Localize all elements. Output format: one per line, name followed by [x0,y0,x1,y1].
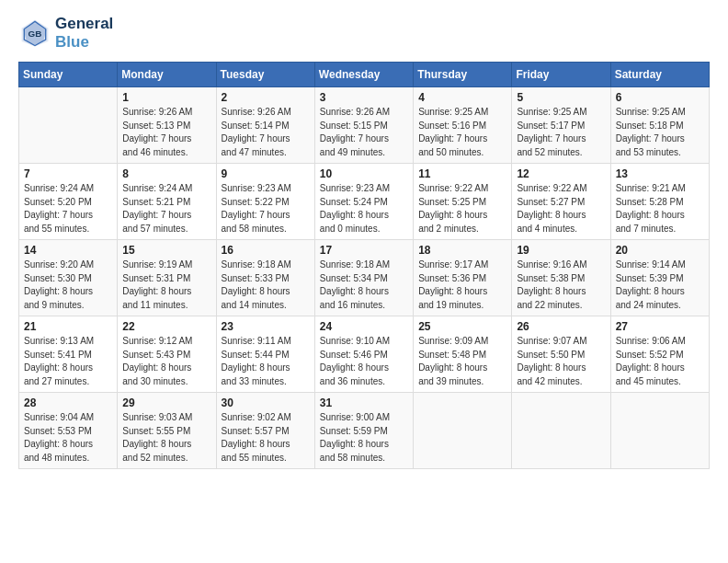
weekday-sunday: Sunday [19,63,118,87]
day-info: Sunrise: 9:18 AM Sunset: 5:34 PM Dayligh… [320,259,408,312]
day-info: Sunrise: 9:11 AM Sunset: 5:44 PM Dayligh… [222,335,310,388]
calendar-cell: 31Sunrise: 9:00 AM Sunset: 5:59 PM Dayli… [314,393,413,469]
day-number: 26 [517,320,605,333]
day-number: 14 [24,244,112,257]
logo-text: General Blue [55,15,113,51]
calendar-cell: 30Sunrise: 9:02 AM Sunset: 5:57 PM Dayli… [216,393,314,469]
calendar-cell [512,393,610,469]
weekday-saturday: Saturday [610,63,709,87]
calendar-cell: 19Sunrise: 9:16 AM Sunset: 5:38 PM Dayli… [512,240,610,316]
calendar-cell: 14Sunrise: 9:20 AM Sunset: 5:30 PM Dayli… [19,240,118,316]
day-number: 6 [616,91,704,104]
calendar-cell: 11Sunrise: 9:22 AM Sunset: 5:25 PM Dayli… [414,164,512,240]
calendar-cell [19,87,118,164]
logo: GB General Blue [18,15,113,51]
calendar-cell: 24Sunrise: 9:10 AM Sunset: 5:46 PM Dayli… [314,316,413,393]
day-number: 4 [418,91,506,104]
calendar-cell: 17Sunrise: 9:18 AM Sunset: 5:34 PM Dayli… [314,240,413,316]
calendar-cell: 1Sunrise: 9:26 AM Sunset: 5:13 PM Daylig… [118,87,216,164]
day-number: 8 [122,167,210,180]
weekday-wednesday: Wednesday [314,63,413,87]
week-row-4: 28Sunrise: 9:04 AM Sunset: 5:53 PM Dayli… [19,393,710,469]
calendar-cell: 16Sunrise: 9:18 AM Sunset: 5:33 PM Dayli… [216,240,314,316]
day-info: Sunrise: 9:16 AM Sunset: 5:38 PM Dayligh… [517,259,605,312]
day-number: 16 [222,244,310,257]
calendar-cell: 7Sunrise: 9:24 AM Sunset: 5:20 PM Daylig… [19,164,118,240]
calendar-cell: 27Sunrise: 9:06 AM Sunset: 5:52 PM Dayli… [610,316,709,393]
weekday-header-row: SundayMondayTuesdayWednesdayThursdayFrid… [19,63,710,87]
header: GB General Blue [18,15,710,51]
day-number: 19 [517,244,605,257]
calendar-cell: 10Sunrise: 9:23 AM Sunset: 5:24 PM Dayli… [314,164,413,240]
day-info: Sunrise: 9:26 AM Sunset: 5:14 PM Dayligh… [222,106,310,159]
logo-icon: GB [18,17,51,50]
day-number: 3 [320,91,408,104]
calendar-cell: 28Sunrise: 9:04 AM Sunset: 5:53 PM Dayli… [19,393,118,469]
day-info: Sunrise: 9:22 AM Sunset: 5:27 PM Dayligh… [517,182,605,236]
day-number: 15 [122,244,210,257]
day-number: 30 [222,396,310,409]
day-info: Sunrise: 9:22 AM Sunset: 5:25 PM Dayligh… [418,182,506,236]
calendar-table: SundayMondayTuesdayWednesdayThursdayFrid… [18,62,710,469]
day-info: Sunrise: 9:00 AM Sunset: 5:59 PM Dayligh… [320,411,408,465]
day-number: 17 [320,244,408,257]
calendar-cell: 9Sunrise: 9:23 AM Sunset: 5:22 PM Daylig… [216,164,314,240]
calendar-cell: 3Sunrise: 9:26 AM Sunset: 5:15 PM Daylig… [314,87,413,164]
day-info: Sunrise: 9:25 AM Sunset: 5:17 PM Dayligh… [517,106,605,159]
day-number: 23 [222,320,310,333]
calendar-cell: 6Sunrise: 9:25 AM Sunset: 5:18 PM Daylig… [610,87,709,164]
day-info: Sunrise: 9:25 AM Sunset: 5:16 PM Dayligh… [418,106,506,159]
calendar-cell: 25Sunrise: 9:09 AM Sunset: 5:48 PM Dayli… [414,316,512,393]
day-info: Sunrise: 9:13 AM Sunset: 5:41 PM Dayligh… [24,335,112,388]
day-info: Sunrise: 9:06 AM Sunset: 5:52 PM Dayligh… [616,335,704,388]
calendar-cell [610,393,709,469]
calendar-cell [414,393,512,469]
calendar-cell: 4Sunrise: 9:25 AM Sunset: 5:16 PM Daylig… [414,87,512,164]
day-info: Sunrise: 9:20 AM Sunset: 5:30 PM Dayligh… [24,259,112,312]
calendar-cell: 22Sunrise: 9:12 AM Sunset: 5:43 PM Dayli… [118,316,216,393]
day-info: Sunrise: 9:19 AM Sunset: 5:31 PM Dayligh… [122,259,210,312]
weekday-thursday: Thursday [414,63,512,87]
calendar-cell: 26Sunrise: 9:07 AM Sunset: 5:50 PM Dayli… [512,316,610,393]
svg-text:GB: GB [28,28,42,38]
day-info: Sunrise: 9:14 AM Sunset: 5:39 PM Dayligh… [616,259,704,312]
calendar-cell: 29Sunrise: 9:03 AM Sunset: 5:55 PM Dayli… [118,393,216,469]
calendar-cell: 13Sunrise: 9:21 AM Sunset: 5:28 PM Dayli… [610,164,709,240]
day-info: Sunrise: 9:07 AM Sunset: 5:50 PM Dayligh… [517,335,605,388]
calendar-cell: 21Sunrise: 9:13 AM Sunset: 5:41 PM Dayli… [19,316,118,393]
day-info: Sunrise: 9:12 AM Sunset: 5:43 PM Dayligh… [122,335,210,388]
day-number: 20 [616,244,704,257]
week-row-3: 21Sunrise: 9:13 AM Sunset: 5:41 PM Dayli… [19,316,710,393]
calendar-cell: 20Sunrise: 9:14 AM Sunset: 5:39 PM Dayli… [610,240,709,316]
day-number: 10 [320,167,408,180]
day-number: 12 [517,167,605,180]
calendar-cell: 23Sunrise: 9:11 AM Sunset: 5:44 PM Dayli… [216,316,314,393]
day-number: 5 [517,91,605,104]
week-row-0: 1Sunrise: 9:26 AM Sunset: 5:13 PM Daylig… [19,87,710,164]
day-info: Sunrise: 9:26 AM Sunset: 5:13 PM Dayligh… [122,106,210,159]
weekday-friday: Friday [512,63,610,87]
day-number: 7 [24,167,112,180]
day-info: Sunrise: 9:18 AM Sunset: 5:33 PM Dayligh… [222,259,310,312]
day-info: Sunrise: 9:25 AM Sunset: 5:18 PM Dayligh… [616,106,704,159]
day-number: 21 [24,320,112,333]
day-number: 9 [222,167,310,180]
day-info: Sunrise: 9:09 AM Sunset: 5:48 PM Dayligh… [418,335,506,388]
day-number: 13 [616,167,704,180]
calendar-cell: 8Sunrise: 9:24 AM Sunset: 5:21 PM Daylig… [118,164,216,240]
day-info: Sunrise: 9:23 AM Sunset: 5:22 PM Dayligh… [222,182,310,236]
day-number: 31 [320,396,408,409]
day-number: 29 [122,396,210,409]
calendar-cell: 2Sunrise: 9:26 AM Sunset: 5:14 PM Daylig… [216,87,314,164]
day-info: Sunrise: 9:03 AM Sunset: 5:55 PM Dayligh… [122,411,210,465]
day-number: 25 [418,320,506,333]
day-number: 22 [122,320,210,333]
day-info: Sunrise: 9:24 AM Sunset: 5:21 PM Dayligh… [122,182,210,236]
calendar-cell: 12Sunrise: 9:22 AM Sunset: 5:27 PM Dayli… [512,164,610,240]
day-info: Sunrise: 9:26 AM Sunset: 5:15 PM Dayligh… [320,106,408,159]
day-number: 1 [122,91,210,104]
day-info: Sunrise: 9:23 AM Sunset: 5:24 PM Dayligh… [320,182,408,236]
weekday-tuesday: Tuesday [216,63,314,87]
day-info: Sunrise: 9:17 AM Sunset: 5:36 PM Dayligh… [418,259,506,312]
day-info: Sunrise: 9:24 AM Sunset: 5:20 PM Dayligh… [24,182,112,236]
